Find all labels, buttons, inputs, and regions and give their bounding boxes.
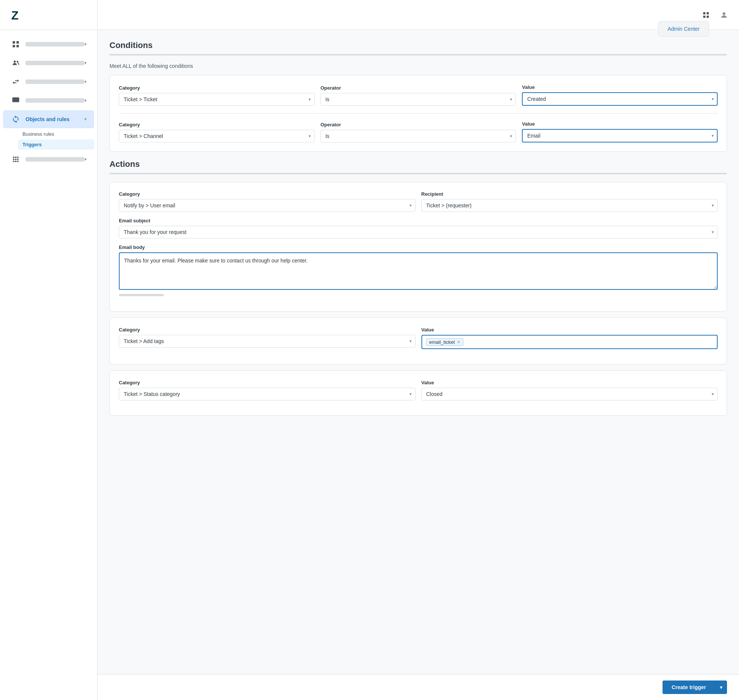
tag-remove-button[interactable]: × — [457, 339, 460, 345]
nav-label-placeholder-5 — [25, 157, 84, 162]
condition-1-operator-field: Operator Is ▾ — [321, 85, 516, 106]
sidebar-item-objects-rules[interactable]: Objects and rules ▾ — [3, 110, 94, 128]
condition-1-operator-label: Operator — [321, 85, 516, 91]
condition-1-operator-select-wrapper: Is ▾ — [321, 93, 516, 106]
chevron-down-icon-3: ▾ — [84, 79, 87, 84]
condition-1-value-label: Value — [522, 84, 718, 90]
condition-2-category-field: Category Ticket > Channel ▾ — [119, 122, 315, 142]
nav-label-placeholder-4 — [25, 98, 84, 103]
sidebar-sub-item-triggers[interactable]: Triggers — [18, 139, 94, 150]
sidebar-nav: ▾ ▾ ▾ ▾ — [0, 30, 97, 700]
action-1-category-label: Category — [119, 191, 415, 197]
admin-center-dropdown[interactable]: Admin Center — [658, 21, 709, 37]
actions-progress-fill — [109, 173, 480, 174]
grid-icon[interactable] — [700, 9, 712, 21]
apps-icon — [10, 154, 21, 165]
condition-row-2: Category Ticket > Channel ▾ Operator Is — [119, 121, 718, 142]
content-area: Conditions Meet ALL of the following con… — [97, 30, 739, 674]
conditions-card: Category Ticket > Ticket ▾ Operator Is — [109, 75, 727, 152]
condition-row-1: Category Ticket > Ticket ▾ Operator Is — [119, 84, 718, 106]
main-content: Admin Center Conditions Meet ALL of the … — [97, 0, 739, 700]
building-icon — [10, 39, 21, 49]
objects-rules-icon — [10, 114, 21, 124]
action-1-category-field: Category Notify by > User email ▾ — [119, 191, 415, 212]
condition-1-value-field: Value Created ▾ — [522, 84, 718, 106]
svg-rect-4 — [13, 45, 15, 47]
svg-rect-2 — [13, 41, 15, 43]
action-card-3: Category Ticket > Status category ▾ Valu… — [109, 370, 727, 416]
chevron-down-icon-5: ▾ — [84, 117, 87, 122]
textarea-scroll-thumb — [119, 294, 164, 296]
action-3-category-select-wrapper: Ticket > Status category ▾ — [119, 388, 415, 400]
action-3-value-label: Value — [421, 380, 718, 385]
sidebar-sub-nav: Business rules Triggers — [18, 129, 94, 150]
zendesk-logo: Z — [9, 6, 27, 24]
email-body-textarea[interactable]: Thanks for your email. Please make sure … — [119, 252, 718, 290]
sidebar-item-apps[interactable]: ▾ — [3, 150, 94, 168]
svg-rect-8 — [12, 97, 19, 102]
action-2-category-select[interactable]: Ticket > Add tags — [119, 335, 415, 348]
create-trigger-button[interactable]: Create trigger — [663, 681, 715, 694]
sidebar-item-people[interactable]: ▾ — [3, 54, 94, 72]
action-1-category-select-wrapper: Notify by > User email ▾ — [119, 199, 415, 212]
sidebar-item-arrows[interactable]: ▾ — [3, 73, 94, 91]
condition-2-category-select[interactable]: Ticket > Channel — [119, 130, 315, 142]
action-3-category-label: Category — [119, 380, 415, 385]
action-1-top-row: Category Notify by > User email ▾ Recipi… — [119, 191, 718, 212]
sidebar-item-screen[interactable]: ▾ — [3, 91, 94, 109]
condition-2-category-label: Category — [119, 122, 315, 127]
condition-2-value-select[interactable]: Email — [522, 129, 718, 142]
action-3-row: Category Ticket > Status category ▾ Valu… — [119, 380, 718, 400]
tag-input[interactable]: email_ticket × — [421, 335, 718, 349]
sidebar-sub-item-business-rules[interactable]: Business rules — [18, 129, 94, 139]
condition-1-category-select-wrapper: Ticket > Ticket ▾ — [119, 93, 315, 106]
action-3-category-field: Category Ticket > Status category ▾ — [119, 380, 415, 400]
conditions-title: Conditions — [109, 40, 727, 50]
svg-point-6 — [14, 61, 16, 63]
admin-center-link[interactable]: Admin Center — [667, 26, 700, 32]
action-3-category-select[interactable]: Ticket > Status category — [119, 388, 415, 400]
tag-label: email_ticket — [429, 339, 455, 345]
svg-point-13 — [723, 12, 725, 15]
condition-1-value-select-wrapper: Created ▾ — [522, 92, 718, 106]
screen-icon — [10, 95, 21, 106]
people-icon — [10, 58, 21, 68]
action-card-2: Category Ticket > Add tags ▾ Value email… — [109, 318, 727, 364]
user-avatar-icon[interactable] — [718, 9, 730, 21]
topbar: Admin Center — [97, 0, 739, 30]
action-3-value-select-wrapper: Closed ▾ — [421, 388, 718, 400]
chevron-down-icon-create: ▾ — [720, 684, 723, 690]
condition-2-category-select-wrapper: Ticket > Channel ▾ — [119, 130, 315, 142]
condition-1-value-select[interactable]: Created — [522, 92, 718, 106]
chevron-down-icon-6: ▾ — [84, 157, 87, 162]
action-2-row: Category Ticket > Add tags ▾ Value email… — [119, 327, 718, 349]
condition-1-operator-select[interactable]: Is — [321, 93, 516, 106]
bottom-bar: Create trigger ▾ — [97, 674, 739, 700]
condition-1-category-select[interactable]: Ticket > Ticket — [119, 93, 315, 106]
action-2-category-field: Category Ticket > Add tags ▾ — [119, 327, 415, 349]
sidebar-item-building[interactable]: ▾ — [3, 35, 94, 53]
chevron-down-icon-2: ▾ — [84, 60, 87, 66]
sidebar-logo: Z — [0, 0, 97, 30]
action-1-recipient-select[interactable]: Ticket > (requester) — [421, 199, 718, 212]
condition-2-operator-label: Operator — [321, 122, 516, 127]
svg-text:Z: Z — [11, 9, 19, 22]
action-2-value-field: Value email_ticket × — [421, 327, 718, 349]
chevron-down-icon-4: ▾ — [84, 98, 87, 103]
action-1-category-select[interactable]: Notify by > User email — [119, 199, 415, 212]
conditions-progress-bar — [109, 54, 727, 55]
svg-rect-10 — [707, 12, 709, 14]
action-2-value-label: Value — [421, 327, 718, 333]
svg-rect-9 — [703, 12, 706, 14]
action-3-value-select[interactable]: Closed — [421, 388, 718, 400]
create-trigger-dropdown-button[interactable]: ▾ — [715, 681, 727, 694]
condition-2-operator-select-wrapper: Is ▾ — [321, 130, 516, 142]
arrows-icon — [10, 76, 21, 87]
svg-point-7 — [16, 61, 18, 63]
nav-label-placeholder-2 — [25, 61, 84, 65]
email-subject-select[interactable]: Thank you for your request — [119, 226, 718, 238]
action-1-recipient-select-wrapper: Ticket > (requester) ▾ — [421, 199, 718, 212]
action-card-1: Category Notify by > User email ▾ Recipi… — [109, 182, 727, 312]
condition-2-operator-select[interactable]: Is — [321, 130, 516, 142]
condition-1-category-label: Category — [119, 85, 315, 91]
